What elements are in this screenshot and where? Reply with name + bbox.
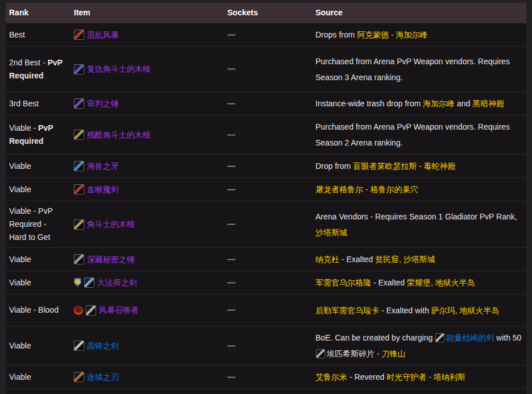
item-cell: 角斗士的木槌 xyxy=(68,214,222,234)
rank-text: Viable xyxy=(9,255,31,264)
source-link[interactable]: 萨尔玛, 地狱火半岛 xyxy=(431,306,500,315)
red-sword-item-icon xyxy=(74,184,84,194)
rank-text: 2nd Best - xyxy=(9,58,48,67)
source-text: - Exalted xyxy=(371,278,407,287)
source-text: - Exalted xyxy=(339,255,375,264)
source-text: and xyxy=(455,99,472,108)
sockets-cell: — xyxy=(222,180,310,200)
rank-text: Viable xyxy=(9,341,31,350)
column-header-rank: Rank xyxy=(6,3,68,23)
no-sockets-dash: — xyxy=(227,305,235,314)
sockets-cell: — xyxy=(222,214,310,234)
source-link[interactable]: 屠龙者格鲁尔 - 格鲁尔的巢穴 xyxy=(315,185,418,194)
no-sockets-dash: — xyxy=(227,99,235,108)
source-link[interactable]: 后勤军需官乌瑞卡 xyxy=(315,306,379,315)
sockets-cell: — xyxy=(222,273,310,293)
source-link[interactable]: 盲眼者莱欧瑟拉斯 - 毒蛇神殿 xyxy=(353,161,455,171)
item-link[interactable]: 风暴召唤者 xyxy=(99,304,139,317)
source-text: with 50 xyxy=(494,333,521,342)
source-link[interactable]: 沙塔斯城 xyxy=(315,228,347,237)
item-link[interactable]: 角斗士的木槌 xyxy=(87,218,135,231)
source-link[interactable]: 黑暗神殿 xyxy=(472,99,504,108)
item-cell: 连续之刃 xyxy=(68,367,222,387)
thrallmar-emblem-icon xyxy=(74,306,83,315)
item-link[interactable]: 海兽之牙 xyxy=(87,160,119,173)
source-link[interactable]: 刀锋山 xyxy=(381,349,405,358)
rank-text: Viable xyxy=(9,161,31,171)
no-sockets-dash: — xyxy=(227,219,235,229)
source-link[interactable]: 艾鲁尔米 xyxy=(315,372,347,381)
item-link[interactable]: 审判之锤 xyxy=(87,97,119,110)
source-link[interactable]: 军需官乌尔格隆 xyxy=(315,278,371,287)
source-link[interactable]: 贫民窟, 沙塔斯城 xyxy=(375,255,435,264)
grey-hammer-item-icon xyxy=(74,254,84,264)
source-text: Drops from xyxy=(315,30,357,39)
source-cell: 屠龙者格鲁尔 - 格鲁尔的巢穴 xyxy=(310,178,526,201)
item-cell: 深藏秘密之锤 xyxy=(68,250,222,269)
rank-cell: Viable - Blood xyxy=(6,300,68,320)
item-link[interactable]: 混乱风暴 xyxy=(87,28,119,42)
no-sockets-dash: — xyxy=(227,30,235,39)
no-sockets-dash: — xyxy=(227,372,235,381)
source-text: Drop from xyxy=(315,161,353,171)
item-link[interactable]: 残酷角斗士的木槌 xyxy=(87,128,151,142)
rank-cell: 2nd Best - PvP Required xyxy=(6,53,68,86)
sockets-cell: — xyxy=(222,391,310,394)
rank-cell: Viable - PvP Required xyxy=(6,118,68,151)
item-cell: 混乱风暴 xyxy=(68,25,222,45)
source-cell: Drops from 阿克蒙德 - 海加尔峰 xyxy=(310,23,526,46)
rank-text: Viable xyxy=(9,185,31,194)
source-text: - xyxy=(375,349,381,358)
source-link[interactable]: 海加尔峰 xyxy=(423,99,455,108)
item-cell: 审判之锤 xyxy=(68,94,222,114)
table-row: Viable血喉魔剑—屠龙者格鲁尔 - 格鲁尔的巢穴 xyxy=(6,177,526,201)
sockets-cell: — xyxy=(222,336,310,356)
item-link[interactable]: 血喉魔剑 xyxy=(87,183,119,196)
item-link[interactable]: 复仇角斗士的木槌 xyxy=(87,63,151,76)
rank-text: Viable - xyxy=(9,123,38,132)
source-text: 埃匹希斯碎片 xyxy=(327,349,375,358)
table-header-row: Rank Item Sockets Source xyxy=(6,3,526,23)
depleted-sword-mini-icon xyxy=(435,333,444,342)
sockets-cell: — xyxy=(222,125,310,145)
source-cell: 后勤军需官乌瑞卡 - Exalted with 萨尔玛, 地狱火半岛 xyxy=(310,299,526,322)
crystal-sword-item-icon xyxy=(74,341,84,351)
white-red-blade-item-icon xyxy=(86,305,96,316)
apexis-shard-mini-icon xyxy=(316,349,325,358)
blue-sword-item-icon xyxy=(84,277,94,288)
rank-cell: Viable xyxy=(6,367,68,387)
item-link[interactable]: 连续之刃 xyxy=(87,371,119,384)
source-text: - Exalted with xyxy=(379,306,431,315)
source-cell: Purchased from Arena PvP Weapon vendors.… xyxy=(310,115,526,154)
teal-blade-item-icon xyxy=(74,372,84,382)
source-link[interactable]: 阿克蒙德 - 海加尔峰 xyxy=(357,30,427,39)
no-sockets-dash: — xyxy=(227,255,235,264)
table-row: 3rd Best审判之锤—Instance-wide trash drop fr… xyxy=(6,92,526,115)
item-link[interactable]: 深藏秘密之锤 xyxy=(87,253,135,266)
source-text: Instance-wide trash drop from xyxy=(315,99,423,108)
source-text: - Revered xyxy=(347,372,386,381)
table-body: Best混乱风暴—Drops from 阿克蒙德 - 海加尔峰2nd Best … xyxy=(6,23,526,394)
rank-cell: Viable xyxy=(6,250,68,269)
item-cell: 血喉魔剑 xyxy=(68,180,222,200)
source-link[interactable]: 荣耀堡, 地狱火半岛 xyxy=(407,278,475,287)
gold-hammer-item-icon xyxy=(74,130,84,140)
column-header-source: Source xyxy=(310,3,526,23)
rank-cell: Viable xyxy=(6,336,68,356)
source-link[interactable]: 纳克杜 xyxy=(315,255,339,264)
source-link[interactable]: 时光守护者 - 塔纳利斯 xyxy=(386,372,465,381)
table-row: Viable魔法之怒—计算者帕萨雷恩 - 能源舰 xyxy=(6,388,526,394)
table-row: Best混乱风暴—Drops from 阿克蒙德 - 海加尔峰 xyxy=(6,23,526,46)
item-cell: 魔法之怒 xyxy=(68,391,222,394)
no-sockets-dash: — xyxy=(227,341,235,350)
rank-text: Best xyxy=(9,30,25,39)
rank-cell: Viable xyxy=(6,180,68,200)
rank-cell: Viable xyxy=(6,273,68,293)
item-link[interactable]: 大法师之剑 xyxy=(97,276,137,289)
source-item-link[interactable]: 能量枯竭的剑 xyxy=(446,333,494,342)
item-link[interactable]: 晶铸之剑 xyxy=(87,339,119,352)
item-cell: 复仇角斗士的木槌 xyxy=(68,59,222,79)
rank-text: Viable - Blood xyxy=(9,305,59,314)
purple-hammer-item-icon xyxy=(74,98,84,109)
item-cell: 风暴召唤者 xyxy=(68,300,222,320)
